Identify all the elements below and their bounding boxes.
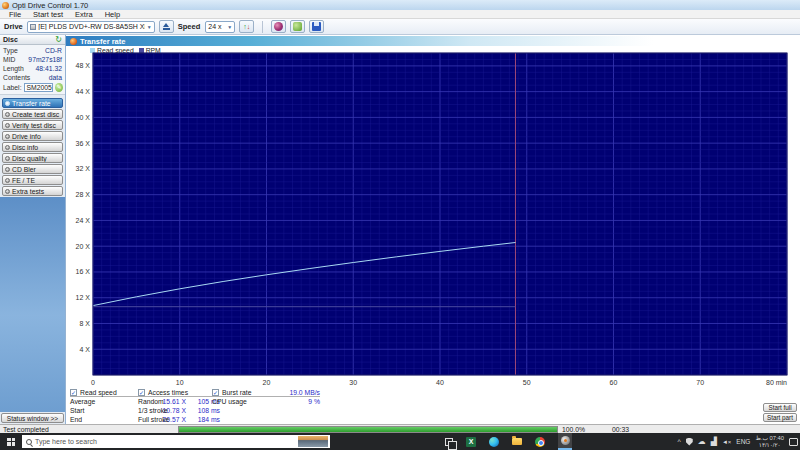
- sidebar-item-drive-info[interactable]: Drive info: [2, 131, 63, 141]
- eject-icon: [163, 23, 170, 30]
- opti-drive-control-taskbar-button[interactable]: [558, 433, 572, 450]
- excel-icon[interactable]: X: [466, 437, 476, 447]
- sidebar-item-cd-bler[interactable]: CD Bler: [2, 164, 63, 174]
- erase-disc-icon: [274, 22, 283, 31]
- sidebar-item-label: Disc quality: [12, 155, 47, 162]
- app-icon: [2, 2, 9, 9]
- chrome-icon[interactable]: [535, 437, 545, 447]
- svg-text:20: 20: [263, 379, 271, 386]
- refresh-speeds-button[interactable]: ↑↓: [239, 20, 254, 33]
- volume-muted-icon[interactable]: ◄×: [722, 439, 731, 445]
- app-window: Opti Drive Control 1.70 FileStart testEx…: [0, 0, 800, 450]
- sidebar-item-transfer-rate[interactable]: Transfer rate: [2, 98, 63, 108]
- disc-info-row: TypeCD-R: [0, 46, 65, 55]
- cd-bler-icon: [5, 167, 10, 172]
- sidebar-item-label: FE / TE: [12, 177, 35, 184]
- checkbox-checked-icon[interactable]: ✓: [70, 389, 77, 396]
- menu-item-start-test[interactable]: Start test: [27, 10, 69, 19]
- defender-shield-icon[interactable]: [686, 438, 693, 446]
- checkbox-checked-icon[interactable]: ✓: [212, 389, 219, 396]
- main-panel: Transfer rate Read speedRPM 4 X8 X12 X16…: [66, 35, 800, 424]
- sidebar-item-label: Verify test disc: [12, 122, 56, 129]
- sidebar: Disc ↻ TypeCD-RMID97m27s18fLength48:41.3…: [0, 35, 66, 424]
- stat-row-1-3-stroke: 1/3 stroke108 ms: [138, 406, 220, 415]
- stat-label: Random: [138, 397, 164, 406]
- erase-disc-button[interactable]: [271, 20, 286, 33]
- edge-icon[interactable]: [489, 437, 499, 447]
- sidebar-nav: Transfer rateCreate test discVerify test…: [0, 95, 65, 197]
- stat-label: CPU usage: [212, 397, 247, 406]
- sidebar-item-verify-test-disc[interactable]: Verify test disc: [2, 120, 63, 130]
- disc-info-row: Contentsdata: [0, 73, 65, 82]
- stat-label: Start: [70, 406, 84, 415]
- search-highlight-image[interactable]: [298, 436, 328, 447]
- onedrive-cloud-icon[interactable]: ☁: [698, 438, 706, 446]
- disc-info: TypeCD-RMID97m27s18fLength48:41.32Conten…: [0, 45, 65, 82]
- start-menu-button[interactable]: [0, 433, 22, 450]
- stat-label: 1/3 stroke: [138, 406, 168, 415]
- stat-label: Average: [70, 397, 95, 406]
- language-indicator[interactable]: ENG: [736, 438, 750, 445]
- menu-bar: FileStart testExtraHelp: [0, 10, 800, 19]
- svg-text:32 X: 32 X: [76, 165, 91, 172]
- hidden-icons-chevron-icon[interactable]: ^: [677, 438, 680, 445]
- save-icon: [312, 22, 321, 31]
- sidebar-item-extra-tests[interactable]: Extra tests: [2, 186, 63, 196]
- elapsed-time: 00:33: [612, 426, 629, 433]
- stat-row-random: Random105 ms: [138, 397, 220, 406]
- sidebar-item-create-test-disc[interactable]: Create test disc: [2, 109, 63, 119]
- svg-text:80 min: 80 min: [766, 379, 787, 386]
- refresh-disc-icon[interactable]: ↻: [55, 36, 62, 44]
- disc-panel-title: Disc: [3, 36, 18, 43]
- start-full-button[interactable]: Start full: [763, 403, 797, 412]
- speed-select[interactable]: 24 x ▼: [205, 21, 235, 33]
- refresh-speeds-icon: ↑↓: [243, 23, 250, 30]
- svg-text:48 X: 48 X: [76, 62, 91, 69]
- taskbar-clock[interactable]: 07:40 ب.ظ ۱۴/۱۰/۲۰: [755, 435, 784, 448]
- clock-date: ۱۴/۱۰/۲۰: [759, 442, 781, 448]
- status-window-button[interactable]: Status window >>: [1, 413, 64, 423]
- sidebar-item-fe-te[interactable]: FE / TE: [2, 175, 63, 185]
- stats-access-times: ✓Access timesRandom105 ms1/3 stroke108 m…: [138, 388, 220, 424]
- create-test-disc-icon: [5, 112, 10, 117]
- windows-taskbar: Type here to search X ^ ☁ ▟ ◄× ENG 07:40…: [0, 433, 800, 450]
- disc-label-input[interactable]: SM2005: [24, 83, 53, 92]
- drive-select[interactable]: [E] PLDS DVD+-RW DS-8A5SH XD12 ▼: [27, 21, 155, 33]
- menu-item-file[interactable]: File: [3, 10, 27, 19]
- eject-button[interactable]: [159, 20, 174, 33]
- svg-text:70: 70: [696, 379, 704, 386]
- extra-tests-icon: [5, 189, 10, 194]
- start-part-button[interactable]: Start part: [763, 413, 797, 422]
- svg-text:0: 0: [91, 379, 95, 386]
- drive-info-icon: [5, 134, 10, 139]
- burn-button[interactable]: [290, 20, 305, 33]
- drive-icon: [30, 24, 36, 30]
- checkbox-checked-icon[interactable]: ✓: [138, 389, 145, 396]
- disc-info-row: Length48:41.32: [0, 64, 65, 73]
- edit-label-icon[interactable]: ✎: [55, 83, 63, 92]
- svg-text:50: 50: [523, 379, 531, 386]
- svg-text:10: 10: [176, 379, 184, 386]
- chevron-down-icon: ▼: [147, 24, 152, 30]
- network-signal-icon[interactable]: ▟: [711, 438, 717, 446]
- taskbar-search[interactable]: Type here to search: [22, 435, 330, 448]
- save-button[interactable]: [309, 20, 324, 33]
- sidebar-item-disc-info[interactable]: Disc info: [2, 142, 63, 152]
- transfer-rate-chart: 4 X8 X12 X16 X20 X24 X28 X32 X36 X40 X44…: [66, 52, 800, 388]
- menu-item-help[interactable]: Help: [99, 10, 126, 19]
- stats-title: Burst rate: [222, 389, 251, 396]
- task-view-icon[interactable]: [445, 438, 453, 446]
- file-explorer-icon[interactable]: [512, 438, 522, 445]
- drive-value: [E] PLDS DVD+-RW DS-8A5SH XD12: [38, 23, 145, 30]
- opti-drive-control-icon: [561, 436, 570, 445]
- burn-icon: [293, 22, 302, 31]
- menu-item-extra[interactable]: Extra: [69, 10, 99, 19]
- disc-quality-icon: [5, 156, 10, 161]
- chevron-down-icon: ▼: [227, 24, 232, 30]
- sidebar-item-label: Extra tests: [12, 188, 44, 195]
- svg-text:28 X: 28 X: [76, 191, 91, 198]
- action-center-icon[interactable]: [789, 438, 798, 446]
- sidebar-item-disc-quality[interactable]: Disc quality: [2, 153, 63, 163]
- disc-info-row: MID97m27s18f: [0, 55, 65, 64]
- disc-label-caption: Label:: [3, 84, 22, 91]
